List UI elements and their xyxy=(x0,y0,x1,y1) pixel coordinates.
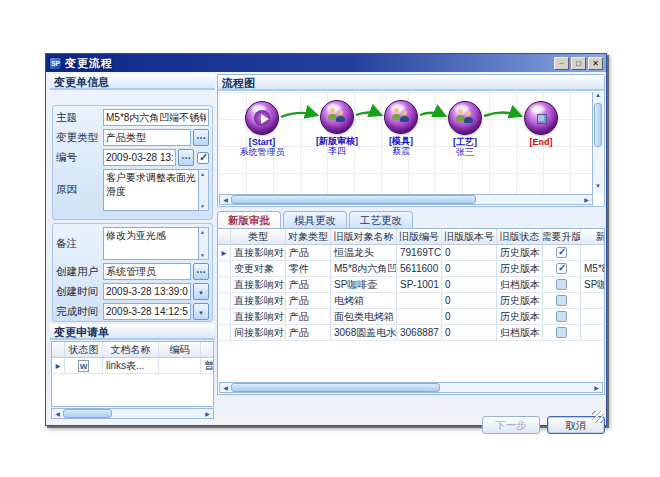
scroll-thumb[interactable] xyxy=(231,195,476,204)
scroll-right-icon[interactable]: ▶ xyxy=(202,410,213,417)
request-table-row[interactable]: links表... 普通 xyxy=(52,358,213,374)
col-code[interactable]: 编码 xyxy=(159,342,201,357)
table-row[interactable]: 间接影响对象 产品 3068圆盖电水壶 3068887 0 归档版本 xyxy=(218,325,605,341)
maximize-button[interactable] xyxy=(571,57,586,70)
col-type[interactable]: 类型 xyxy=(231,229,286,244)
scroll-up-icon[interactable]: ▲ xyxy=(593,92,603,103)
col-old-no[interactable]: 旧版编号 xyxy=(397,229,442,244)
flow-node-end[interactable] xyxy=(524,101,558,135)
close-button[interactable] xyxy=(588,57,603,70)
scroll-left-icon[interactable]: ◀ xyxy=(220,384,231,391)
finish-time-input[interactable] xyxy=(103,303,191,320)
flow-chart-header: 流程图 xyxy=(218,75,604,91)
change-type-input[interactable] xyxy=(103,129,191,146)
col-status-icon[interactable]: 状态图 xyxy=(65,342,103,357)
request-table-hscrollbar[interactable]: ◀ ▶ xyxy=(51,408,214,419)
scroll-right-icon[interactable]: ▶ xyxy=(581,196,592,203)
create-user-label: 创建用户 xyxy=(56,265,103,279)
request-form-table: 状态图 文档名称 编码 links表... 普通 xyxy=(51,341,214,407)
change-fields-box-1: 主题 变更类型 编号 原因 xyxy=(52,105,213,220)
upgrade-checkbox[interactable] xyxy=(556,327,567,338)
table-row[interactable]: 直接影响对象 产品 电烤箱 0 历史版本 xyxy=(218,293,605,309)
flow-vscrollbar[interactable]: ▲ ▼ xyxy=(592,92,603,194)
scroll-thumb[interactable] xyxy=(63,409,112,418)
table-row[interactable]: 直接影响对象 产品 恒温龙头 79169TC 0 历史版本 xyxy=(218,245,605,261)
create-time-label: 创建时间 xyxy=(56,285,103,299)
next-step-button[interactable]: 下一步 xyxy=(482,416,540,434)
request-table-header-row: 状态图 文档名称 编码 xyxy=(52,342,213,358)
create-user-input[interactable] xyxy=(103,263,191,280)
tab-mold-change[interactable]: 模具更改 xyxy=(283,211,347,228)
scroll-thumb[interactable] xyxy=(594,103,602,147)
create-time-input[interactable] xyxy=(103,283,191,300)
start-node-name: 系统管理员 xyxy=(220,147,304,157)
reason-scrollbar[interactable] xyxy=(199,169,209,211)
approval-table: 类型 对象类型 旧版对象名称 旧版编号 旧版版本号 旧版状态 需要升版 新版 直… xyxy=(217,228,605,395)
flow-node-craft[interactable] xyxy=(448,101,482,135)
create-time-dropdown-button[interactable] xyxy=(193,283,209,300)
col-old-status[interactable]: 旧版状态 xyxy=(497,229,543,244)
people-node-icon xyxy=(448,101,482,135)
col-old-name[interactable]: 旧版对象名称 xyxy=(331,229,397,244)
col-new[interactable]: 新版 xyxy=(581,229,605,244)
desktop: 变更流程 变更单信息 主题 变更类型 xyxy=(0,0,660,477)
tab-craft-change[interactable]: 工艺更改 xyxy=(349,211,413,228)
flow-chart-canvas[interactable]: [Start] 系统管理员 [新版审核] 李四 xyxy=(219,92,592,194)
finish-time-dropdown-button[interactable] xyxy=(193,303,209,320)
selected-row-icon xyxy=(221,247,226,258)
finish-time-label: 完成时间 xyxy=(56,305,103,319)
change-fields-box-2: 备注 修改为亚光感 创建用户 创建时间 完 xyxy=(52,223,213,322)
upgrade-checkbox[interactable] xyxy=(556,263,567,274)
app-icon xyxy=(49,57,62,70)
minimize-button[interactable] xyxy=(554,57,569,70)
col-need-upgrade[interactable]: 需要升版 xyxy=(543,229,581,244)
start-node-icon xyxy=(245,101,279,135)
end-node-tag: [End] xyxy=(499,137,583,147)
upgrade-checkbox[interactable] xyxy=(556,295,567,306)
upgrade-checkbox[interactable] xyxy=(556,311,567,322)
table-row[interactable]: 变更对象 零件 M5*8内六角凹... 5611600 0 历史版本 M5*8 xyxy=(218,261,605,277)
flow-node-mold[interactable] xyxy=(384,100,418,134)
upgrade-checkbox[interactable] xyxy=(556,247,567,258)
col-obj-type[interactable]: 对象类型 xyxy=(286,229,331,244)
col-doc-name[interactable]: 文档名称 xyxy=(103,342,159,357)
number-ellipsis-button[interactable] xyxy=(178,149,194,166)
flow-chart-panel: 流程图 xyxy=(217,74,605,207)
tab-new-version-approval[interactable]: 新版审批 xyxy=(217,211,281,228)
flow-hscrollbar[interactable]: ◀ ▶ xyxy=(219,194,593,205)
scroll-thumb[interactable] xyxy=(231,383,440,392)
number-label: 编号 xyxy=(56,151,103,165)
scroll-left-icon[interactable]: ◀ xyxy=(220,196,231,203)
approval-table-hscrollbar[interactable]: ◀ ▶ xyxy=(219,382,603,393)
scroll-left-icon[interactable]: ◀ xyxy=(52,410,63,417)
change-type-ellipsis-button[interactable] xyxy=(193,129,209,146)
change-process-window: 变更流程 变更单信息 主题 变更类型 xyxy=(45,53,607,426)
change-info-panel: 变更单信息 主题 变更类型 编号 xyxy=(50,74,215,419)
change-info-header: 变更单信息 xyxy=(50,74,215,90)
resize-grip[interactable] xyxy=(592,411,604,423)
number-checkbox[interactable] xyxy=(197,152,209,164)
table-row[interactable]: 直接影响对象 产品 SP咖啡壶 SP-1001 0 归档版本 SP咖 xyxy=(218,277,605,293)
start-node-tag: [Start] xyxy=(220,137,304,147)
dialog-content: 变更单信息 主题 变更类型 编号 xyxy=(47,72,605,424)
table-row[interactable]: 直接影响对象 产品 面包类电烤箱 0 历史版本 xyxy=(218,309,605,325)
col-extra[interactable] xyxy=(201,342,214,357)
flow-node-start[interactable] xyxy=(245,101,279,135)
flow-node-review[interactable] xyxy=(320,100,354,134)
upgrade-checkbox[interactable] xyxy=(556,279,567,290)
number-input[interactable] xyxy=(103,149,176,166)
remark-textarea[interactable]: 修改为亚光感 xyxy=(103,227,199,260)
reason-textarea[interactable]: 客户要求调整表面光滑度 xyxy=(103,169,199,211)
scroll-right-icon[interactable]: ▶ xyxy=(591,384,602,391)
subject-input[interactable] xyxy=(103,109,209,126)
craft-node-name: 张三 xyxy=(423,147,507,157)
remark-scrollbar[interactable] xyxy=(199,227,209,260)
titlebar[interactable]: 变更流程 xyxy=(46,54,606,72)
end-node-icon xyxy=(524,101,558,135)
scroll-down-icon[interactable]: ▼ xyxy=(593,183,603,194)
create-user-ellipsis-button[interactable] xyxy=(193,263,209,280)
approval-table-header-row: 类型 对象类型 旧版对象名称 旧版编号 旧版版本号 旧版状态 需要升版 新版 xyxy=(218,229,605,245)
craft-node-tag: [工艺] xyxy=(423,137,507,147)
reason-label: 原因 xyxy=(56,183,103,197)
col-old-ver[interactable]: 旧版版本号 xyxy=(442,229,497,244)
